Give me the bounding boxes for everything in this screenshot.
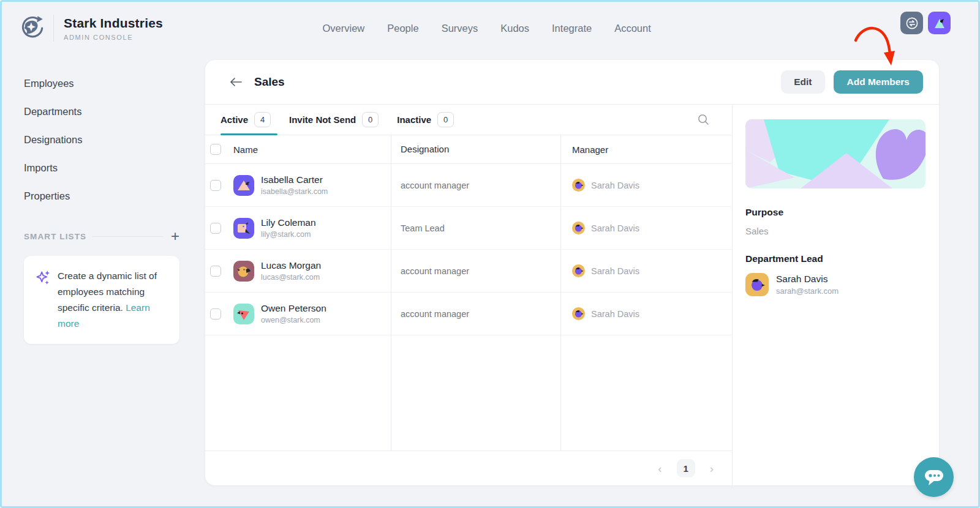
avatar	[233, 261, 254, 282]
tab-invite-count-badge: 0	[362, 112, 379, 127]
exchange-icon	[905, 17, 919, 30]
row-checkbox[interactable]	[210, 266, 221, 277]
manager-avatar	[572, 264, 585, 277]
select-all-checkbox[interactable]	[210, 144, 221, 155]
tab-invite-not-send[interactable]: Invite Not Send 0	[289, 112, 379, 127]
row-checkbox[interactable]	[210, 308, 221, 319]
add-members-button[interactable]: Add Members	[834, 70, 924, 94]
nav-item-overview[interactable]: Overview	[322, 23, 364, 34]
top-nav: Overview People Surveys Kudos Integrate …	[322, 2, 650, 54]
sidebar-item-properties[interactable]: Properties	[24, 190, 179, 202]
table-row[interactable]: Isabella Carter isabella@stark.com accou…	[205, 164, 732, 207]
tab-inactive-label: Inactive	[397, 114, 431, 125]
brand-title: Stark Industries	[64, 16, 163, 31]
lead-avatar	[745, 273, 769, 296]
manager-name: Sarah Davis	[591, 266, 639, 276]
smart-lists-divider	[92, 236, 164, 237]
member-email: lucas@stark.com	[261, 273, 321, 282]
active-tab-indicator	[221, 133, 277, 135]
pagination-next-icon[interactable]: ›	[710, 463, 714, 474]
member-name: Isabella Carter	[261, 174, 328, 185]
card-body: Active 4 Invite Not Send 0 Inactive 0	[205, 105, 939, 485]
workspace-button[interactable]	[928, 12, 951, 34]
members-section: Active 4 Invite Not Send 0 Inactive 0	[205, 105, 732, 485]
smart-lists-label: SMART LISTS	[24, 232, 86, 241]
add-smart-list-button[interactable]: +	[171, 230, 179, 242]
member-email: owen@stark.com	[261, 316, 326, 324]
brand-logo-icon	[18, 14, 46, 42]
nav-item-kudos[interactable]: Kudos	[500, 23, 529, 34]
column-header-manager: Manager	[572, 144, 608, 155]
member-designation: Team Lead	[401, 223, 445, 233]
department-lead-label: Department Lead	[745, 253, 925, 264]
pagination: ‹ 1 ›	[205, 450, 732, 485]
sidebar-item-employees[interactable]: Employees	[24, 78, 179, 89]
tab-active-count-badge: 4	[254, 112, 271, 127]
row-checkbox[interactable]	[210, 223, 221, 234]
department-info-panel: Purpose Sales Department Lead Sarah Davi…	[732, 105, 940, 485]
back-arrow-icon	[228, 77, 243, 88]
tab-active[interactable]: Active 4	[221, 112, 271, 127]
pagination-page-1[interactable]: 1	[677, 459, 695, 477]
column-header-name: Name	[233, 144, 258, 155]
member-name: Lucas Morgan	[261, 260, 321, 271]
purpose-value: Sales	[745, 226, 925, 236]
member-designation: account manager	[401, 266, 469, 276]
table-row[interactable]: Lily Coleman lily@stark.com Team Lead Sa…	[205, 207, 732, 250]
back-button[interactable]	[228, 75, 244, 89]
manager-avatar	[572, 179, 585, 192]
manager-avatar	[572, 222, 585, 234]
nav-item-surveys[interactable]: Surveys	[442, 23, 478, 34]
mountain-icon	[933, 17, 946, 30]
brand-divider	[53, 15, 54, 42]
tab-inactive[interactable]: Inactive 0	[397, 112, 454, 127]
table-row[interactable]: Lucas Morgan lucas@stark.com account man…	[205, 250, 732, 293]
sidebar-item-designations[interactable]: Designations	[24, 134, 179, 146]
chat-support-button[interactable]	[914, 457, 954, 497]
member-designation: account manager	[401, 181, 469, 190]
brand[interactable]: Stark Industries ADMIN CONSOLE	[18, 14, 163, 42]
search-button[interactable]	[697, 113, 710, 126]
department-detail-card: Sales Edit Add Members Active 4 Invite N…	[205, 60, 939, 485]
tab-inactive-count-badge: 0	[437, 112, 454, 127]
avatar	[233, 218, 254, 239]
row-checkbox[interactable]	[210, 180, 221, 191]
sidebar: Employees Departments Designations Impor…	[2, 54, 198, 506]
member-designation: account manager	[401, 309, 469, 319]
nav-item-account[interactable]: Account	[614, 23, 651, 34]
smart-list-promo-card: Create a dynamic list of employees match…	[24, 256, 179, 344]
department-banner-image	[745, 119, 925, 189]
nav-item-people[interactable]: People	[387, 23, 418, 34]
sidebar-item-departments[interactable]: Departments	[24, 106, 179, 118]
table-row[interactable]: Owen Peterson owen@stark.com account man…	[205, 293, 732, 335]
chat-bubble-icon	[924, 468, 944, 487]
avatar	[233, 175, 254, 196]
search-icon	[697, 113, 710, 126]
table-header: Name Designation Manager	[205, 135, 732, 164]
column-divider-2	[560, 135, 561, 450]
column-header-designation: Designation	[401, 144, 449, 154]
tab-invite-label: Invite Not Send	[289, 114, 356, 125]
member-name: Owen Peterson	[261, 303, 326, 314]
page-title: Sales	[254, 75, 285, 89]
department-lead-row[interactable]: Sarah Davis sarah@stark.com	[745, 273, 925, 296]
edit-button[interactable]: Edit	[781, 70, 824, 94]
member-email: isabella@stark.com	[261, 187, 328, 196]
pagination-prev-icon[interactable]: ‹	[658, 463, 662, 474]
sparkles-icon	[35, 269, 51, 286]
integrations-button[interactable]	[900, 12, 923, 34]
purpose-label: Purpose	[745, 207, 925, 218]
admin-console-app: Stark Industries ADMIN CONSOLE Overview …	[0, 0, 980, 508]
avatar	[233, 304, 254, 324]
tab-active-label: Active	[221, 114, 248, 125]
smart-lists-header: SMART LISTS +	[24, 230, 179, 242]
manager-name: Sarah Davis	[591, 181, 639, 190]
member-name: Lily Coleman	[261, 217, 316, 228]
header-actions: Edit Add Members	[781, 70, 923, 94]
top-header: Stark Industries ADMIN CONSOLE Overview …	[2, 2, 978, 54]
sidebar-item-imports[interactable]: Imports	[24, 162, 179, 174]
table-empty-space	[205, 335, 732, 450]
lead-email: sarah@stark.com	[776, 286, 839, 296]
manager-avatar	[572, 307, 585, 320]
nav-item-integrate[interactable]: Integrate	[552, 23, 592, 34]
